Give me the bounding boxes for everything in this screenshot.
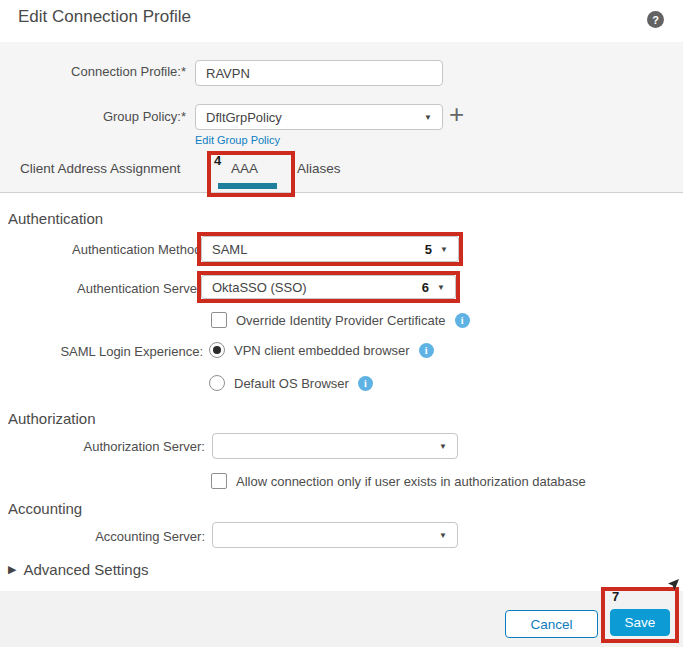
tab-aaa[interactable]: AAA (231, 161, 258, 176)
authorization-server-label: Authorization Server: (0, 439, 205, 454)
chevron-down-icon: ▼ (437, 283, 445, 292)
help-icon-glyph: ? (652, 14, 659, 26)
override-idp-cert-row: Override Identity Provider Certificate i (211, 312, 470, 328)
advanced-settings-label: Advanced Settings (23, 561, 148, 578)
info-icon-glyph: i (364, 378, 367, 389)
advanced-settings-toggle[interactable]: ▶ Advanced Settings (8, 561, 149, 578)
group-policy-dropdown[interactable]: DfltGrpPolicy ▼ (195, 104, 443, 130)
info-icon[interactable]: i (358, 376, 373, 391)
default-os-browser-row: Default OS Browser i (209, 375, 373, 391)
authentication-server-dropdown[interactable]: OktaSSO (SSO) 6 ▼ (201, 275, 456, 299)
vpn-embedded-browser-row: VPN client embedded browser i (209, 342, 434, 358)
authentication-heading: Authentication (8, 210, 103, 227)
connection-profile-label: Connection Profile:* (0, 64, 186, 79)
saml-login-experience-label: SAML Login Experience: (0, 344, 203, 359)
tab-client-address-assignment[interactable]: Client Address Assignment (20, 161, 181, 176)
override-idp-cert-checkbox[interactable] (211, 312, 227, 328)
group-policy-label: Group Policy:* (0, 109, 186, 124)
accounting-server-dropdown[interactable]: ▼ (212, 522, 458, 548)
help-icon[interactable]: ? (647, 11, 664, 28)
allow-connection-row: Allow connection only if user exists in … (211, 473, 586, 489)
chevron-down-icon: ▼ (424, 113, 432, 122)
authentication-server-value: OktaSSO (SSO) (212, 280, 422, 295)
save-button[interactable]: Save (610, 609, 670, 636)
annotation-box-step6: OktaSSO (SSO) 6 ▼ (197, 271, 460, 303)
annotation-box-step5: SAML 5 ▼ (197, 232, 463, 266)
allow-connection-checkbox[interactable] (211, 473, 227, 489)
info-icon-glyph: i (425, 345, 428, 356)
override-idp-cert-label: Override Identity Provider Certificate (236, 313, 446, 328)
chevron-down-icon: ▼ (440, 245, 448, 254)
chevron-down-icon: ▼ (439, 442, 447, 451)
group-policy-value: DfltGrpPolicy (206, 110, 416, 125)
connection-profile-input[interactable] (195, 60, 443, 86)
default-os-browser-label: Default OS Browser (234, 376, 349, 391)
authorization-server-dropdown[interactable]: ▼ (212, 433, 458, 459)
authentication-method-dropdown[interactable]: SAML 5 ▼ (201, 236, 459, 262)
chevron-down-icon: ▼ (439, 531, 447, 540)
allow-connection-label: Allow connection only if user exists in … (236, 474, 586, 489)
authentication-method-label: Authentication Method: (0, 242, 205, 257)
annotation-step5-number: 5 (425, 242, 432, 257)
add-group-policy-button[interactable]: + (449, 101, 464, 127)
info-icon[interactable]: i (455, 313, 470, 328)
accounting-server-label: Accounting Server: (0, 529, 205, 544)
active-tab-indicator (218, 183, 277, 189)
expand-triangle-icon: ▶ (8, 563, 16, 576)
tab-aliases[interactable]: Aliases (297, 161, 341, 176)
accounting-heading: Accounting (8, 500, 82, 517)
info-icon[interactable]: i (419, 343, 434, 358)
annotation-step6-number: 6 (422, 280, 429, 295)
edit-connection-profile-dialog: Edit Connection Profile ? Connection Pro… (0, 0, 683, 647)
default-os-browser-radio[interactable] (209, 375, 225, 391)
info-icon-glyph: i (461, 315, 464, 326)
authorization-heading: Authorization (8, 410, 96, 427)
authentication-method-value: SAML (212, 242, 425, 257)
authentication-server-label: Authentication Server: (0, 281, 205, 296)
vpn-embedded-browser-label: VPN client embedded browser (234, 343, 410, 358)
cancel-button[interactable]: Cancel (505, 610, 598, 638)
page-title: Edit Connection Profile (18, 7, 191, 27)
vpn-embedded-browser-radio[interactable] (209, 342, 225, 358)
mouse-cursor-artifact (666, 578, 680, 592)
edit-group-policy-link[interactable]: Edit Group Policy (195, 134, 280, 146)
